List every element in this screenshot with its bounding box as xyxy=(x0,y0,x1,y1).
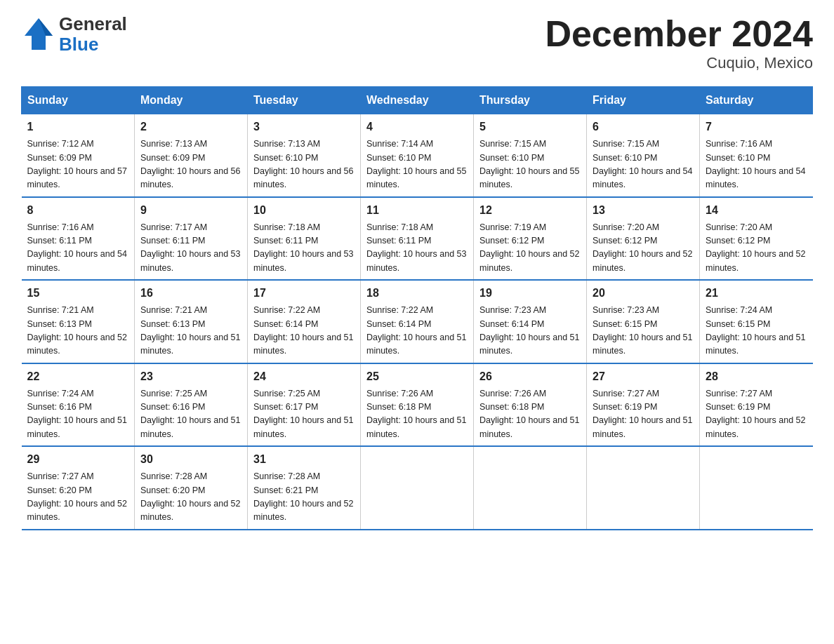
sunrise-label: Sunrise: 7:16 AM xyxy=(706,139,772,149)
day-info: Sunrise: 7:26 AM Sunset: 6:18 PM Dayligh… xyxy=(479,387,581,442)
calendar-cell: 23 Sunrise: 7:25 AM Sunset: 6:16 PM Dayl… xyxy=(135,363,248,447)
calendar-header: Sunday Monday Tuesday Wednesday Thursday… xyxy=(22,87,813,114)
day-number: 21 xyxy=(706,285,807,302)
day-number: 5 xyxy=(479,119,581,135)
daylight-label: Daylight: 10 hours and 56 minutes. xyxy=(253,166,353,189)
sunset-label: Sunset: 6:14 PM xyxy=(366,319,431,329)
sunset-label: Sunset: 6:10 PM xyxy=(593,153,657,163)
daylight-label: Daylight: 10 hours and 55 minutes. xyxy=(366,166,466,189)
calendar-cell: 8 Sunrise: 7:16 AM Sunset: 6:11 PM Dayli… xyxy=(22,197,135,281)
sunrise-label: Sunrise: 7:19 AM xyxy=(479,222,546,232)
calendar-cell: 29 Sunrise: 7:27 AM Sunset: 6:20 PM Dayl… xyxy=(22,446,135,530)
sunrise-label: Sunrise: 7:20 AM xyxy=(593,222,659,232)
sunset-label: Sunset: 6:16 PM xyxy=(140,402,205,412)
logo-words: General Blue xyxy=(59,14,127,54)
sunset-label: Sunset: 6:09 PM xyxy=(140,153,205,163)
sunrise-label: Sunrise: 7:27 AM xyxy=(593,389,659,398)
calendar-cell: 15 Sunrise: 7:21 AM Sunset: 6:13 PM Dayl… xyxy=(22,280,135,363)
sunrise-label: Sunrise: 7:26 AM xyxy=(366,389,433,398)
day-number: 3 xyxy=(253,119,355,135)
day-number: 13 xyxy=(593,202,694,219)
day-number: 12 xyxy=(479,202,581,219)
day-number: 25 xyxy=(366,368,468,385)
sunset-label: Sunset: 6:20 PM xyxy=(27,485,92,495)
day-info: Sunrise: 7:28 AM Sunset: 6:20 PM Dayligh… xyxy=(140,470,241,525)
daylight-label: Daylight: 10 hours and 52 minutes. xyxy=(593,249,692,272)
calendar-row-1: 1 Sunrise: 7:12 AM Sunset: 6:09 PM Dayli… xyxy=(22,114,813,197)
daylight-label: Daylight: 10 hours and 52 minutes. xyxy=(706,249,805,272)
sunset-label: Sunset: 6:10 PM xyxy=(706,153,770,163)
sunrise-label: Sunrise: 7:25 AM xyxy=(253,389,320,398)
sunset-label: Sunset: 6:19 PM xyxy=(706,402,770,412)
sunrise-label: Sunrise: 7:20 AM xyxy=(706,222,772,232)
day-info: Sunrise: 7:15 AM Sunset: 6:10 PM Dayligh… xyxy=(593,137,694,192)
sunrise-label: Sunrise: 7:21 AM xyxy=(27,305,94,315)
sunrise-label: Sunrise: 7:22 AM xyxy=(253,305,320,315)
sunset-label: Sunset: 6:10 PM xyxy=(253,153,318,163)
sunrise-label: Sunrise: 7:13 AM xyxy=(140,139,207,149)
sunrise-label: Sunrise: 7:24 AM xyxy=(706,305,772,315)
day-number: 15 xyxy=(27,285,129,302)
day-info: Sunrise: 7:27 AM Sunset: 6:19 PM Dayligh… xyxy=(706,387,807,442)
day-number: 10 xyxy=(253,202,355,219)
sunset-label: Sunset: 6:12 PM xyxy=(593,236,657,246)
sunset-label: Sunset: 6:12 PM xyxy=(706,236,770,246)
day-number: 23 xyxy=(140,368,241,385)
day-info: Sunrise: 7:20 AM Sunset: 6:12 PM Dayligh… xyxy=(593,221,694,276)
daylight-label: Daylight: 10 hours and 51 minutes. xyxy=(253,333,353,356)
daylight-label: Daylight: 10 hours and 54 minutes. xyxy=(27,249,127,272)
daylight-label: Daylight: 10 hours and 53 minutes. xyxy=(140,249,240,272)
daylight-label: Daylight: 10 hours and 51 minutes. xyxy=(593,333,692,356)
day-info: Sunrise: 7:12 AM Sunset: 6:09 PM Dayligh… xyxy=(27,137,129,192)
day-number: 9 xyxy=(140,202,241,219)
page-header: General Blue December 2024 Cuquio, Mexic… xyxy=(21,14,813,72)
daylight-label: Daylight: 10 hours and 51 minutes. xyxy=(479,333,579,356)
sunset-label: Sunset: 6:16 PM xyxy=(27,402,92,412)
day-number: 8 xyxy=(27,202,129,219)
daylight-label: Daylight: 10 hours and 52 minutes. xyxy=(479,249,579,272)
daylight-label: Daylight: 10 hours and 52 minutes. xyxy=(27,499,127,522)
day-number: 31 xyxy=(253,451,355,468)
daylight-label: Daylight: 10 hours and 51 minutes. xyxy=(140,415,240,438)
day-info: Sunrise: 7:21 AM Sunset: 6:13 PM Dayligh… xyxy=(140,304,241,358)
sunrise-label: Sunrise: 7:13 AM xyxy=(253,139,320,149)
calendar-body: 1 Sunrise: 7:12 AM Sunset: 6:09 PM Dayli… xyxy=(22,114,813,530)
calendar-cell: 19 Sunrise: 7:23 AM Sunset: 6:14 PM Dayl… xyxy=(474,280,587,363)
calendar-cell: 5 Sunrise: 7:15 AM Sunset: 6:10 PM Dayli… xyxy=(474,114,587,197)
daylight-label: Daylight: 10 hours and 51 minutes. xyxy=(706,333,805,356)
day-number: 24 xyxy=(253,368,355,385)
calendar-cell: 21 Sunrise: 7:24 AM Sunset: 6:15 PM Dayl… xyxy=(700,280,813,363)
calendar-cell: 31 Sunrise: 7:28 AM Sunset: 6:21 PM Dayl… xyxy=(248,446,361,530)
calendar-row-5: 29 Sunrise: 7:27 AM Sunset: 6:20 PM Dayl… xyxy=(22,446,813,530)
sunset-label: Sunset: 6:19 PM xyxy=(593,402,657,412)
sunset-label: Sunset: 6:18 PM xyxy=(366,402,431,412)
sunrise-label: Sunrise: 7:18 AM xyxy=(253,222,320,232)
calendar-cell: 14 Sunrise: 7:20 AM Sunset: 6:12 PM Dayl… xyxy=(700,197,813,281)
calendar-cell: 10 Sunrise: 7:18 AM Sunset: 6:11 PM Dayl… xyxy=(248,197,361,281)
day-info: Sunrise: 7:13 AM Sunset: 6:09 PM Dayligh… xyxy=(140,137,241,192)
day-info: Sunrise: 7:27 AM Sunset: 6:20 PM Dayligh… xyxy=(27,470,129,525)
sunset-label: Sunset: 6:14 PM xyxy=(253,319,318,329)
day-info: Sunrise: 7:14 AM Sunset: 6:10 PM Dayligh… xyxy=(366,137,468,192)
sunrise-label: Sunrise: 7:23 AM xyxy=(593,305,659,315)
calendar-row-2: 8 Sunrise: 7:16 AM Sunset: 6:11 PM Dayli… xyxy=(22,197,813,281)
day-number: 22 xyxy=(27,368,129,385)
col-monday: Monday xyxy=(135,87,248,114)
daylight-label: Daylight: 10 hours and 51 minutes. xyxy=(366,333,466,356)
day-info: Sunrise: 7:20 AM Sunset: 6:12 PM Dayligh… xyxy=(706,221,807,276)
calendar-cell: 3 Sunrise: 7:13 AM Sunset: 6:10 PM Dayli… xyxy=(248,114,361,197)
sunrise-label: Sunrise: 7:28 AM xyxy=(140,471,207,481)
sunrise-label: Sunrise: 7:27 AM xyxy=(706,389,772,398)
calendar-cell: 28 Sunrise: 7:27 AM Sunset: 6:19 PM Dayl… xyxy=(700,363,813,447)
calendar-cell: 17 Sunrise: 7:22 AM Sunset: 6:14 PM Dayl… xyxy=(248,280,361,363)
sunset-label: Sunset: 6:15 PM xyxy=(593,319,657,329)
calendar-cell xyxy=(474,446,587,530)
sunrise-label: Sunrise: 7:12 AM xyxy=(27,139,94,149)
daylight-label: Daylight: 10 hours and 56 minutes. xyxy=(140,166,240,189)
sunset-label: Sunset: 6:13 PM xyxy=(27,319,92,329)
daylight-label: Daylight: 10 hours and 54 minutes. xyxy=(593,166,692,189)
day-info: Sunrise: 7:16 AM Sunset: 6:10 PM Dayligh… xyxy=(706,137,807,192)
sunset-label: Sunset: 6:11 PM xyxy=(366,236,431,246)
page-subtitle: Cuquio, Mexico xyxy=(545,54,813,72)
calendar-cell: 2 Sunrise: 7:13 AM Sunset: 6:09 PM Dayli… xyxy=(135,114,248,197)
